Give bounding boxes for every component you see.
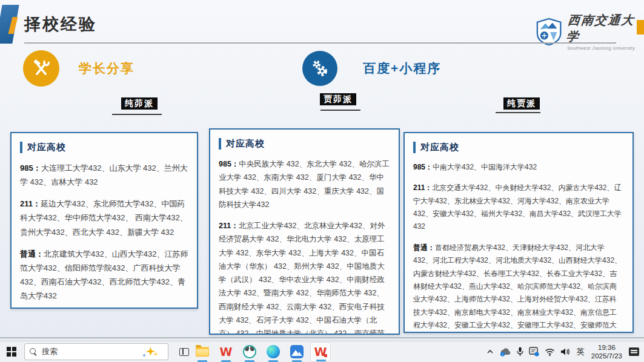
ime-language-indicator[interactable]: 英 (577, 346, 585, 357)
tier-label: 普通： (413, 243, 435, 252)
search-placeholder: 搜索 (42, 346, 58, 357)
copilot-sparkle-icon (142, 346, 159, 358)
mountain-app-icon (290, 345, 304, 358)
tier-regular-row: 普通：北京建筑大学432、山西大学432、江苏师范大学432、信阳师范学院432… (20, 247, 188, 303)
dog-app-icon (243, 345, 256, 358)
wps-presentation-accent (324, 354, 327, 357)
tier-label: 985： (219, 160, 239, 168)
faction-tag-pure-jia: 纯贾派 (503, 97, 540, 110)
edge-orange-marker (637, 20, 644, 35)
hidden-icons-chevron[interactable] (486, 349, 494, 355)
box-header: 对应高校 (20, 142, 188, 153)
tier-universities: 中央民族大学 432、东北大学 432、哈尔滨工业大学 432、东南大学 432… (219, 160, 390, 209)
ime-settings-icon[interactable] (529, 347, 539, 357)
taskbar-app-file-explorer[interactable] (192, 342, 213, 362)
running-indicator (221, 360, 231, 362)
tier-label: 211： (413, 183, 432, 192)
taskbar-app-dog[interactable] (239, 342, 260, 362)
method-baidu-miniprogram: 百度+小程序 (302, 51, 441, 86)
tier-universities: 北京交通大学432、中央财经大学432、内蒙古大学432、辽宁大学432、东北林… (413, 183, 622, 231)
faction-tag-pure-mao: 纯茆派 (121, 97, 158, 110)
university-logo: 西南交通大学 Southwest Jiaotong University (536, 12, 644, 51)
faction-underline (496, 112, 540, 113)
header-divider (24, 42, 616, 44)
method-label-baidu: 百度+小程序 (363, 60, 441, 77)
screen: 择校经验 西南交通大学 Southwest Jiaotong Universit… (0, 0, 644, 362)
presentation-slide: 择校经验 西南交通大学 Southwest Jiaotong Universit… (0, 0, 644, 341)
university-box-jia-mao: 对应高校 985：中央民族大学 432、东北大学 432、哈尔滨工业大学 432… (209, 128, 400, 335)
tier-label: 211： (20, 199, 41, 208)
cloud-status-icon[interactable]: i (499, 347, 511, 357)
tier-211-row: 211：北京交通大学432、中央财经大学432、内蒙古大学432、辽宁大学432… (413, 182, 624, 233)
tier-universities: 北京建筑大学432、山西大学432、江苏师范大学432、信阳师范学院432、广西… (20, 249, 188, 300)
tier-universities: 大连理工大学432、山东大学 432、兰州大学 432、吉林大学 432 (20, 163, 188, 186)
tier-universities: 北京工业大学432、北京林业大学432、对外经济贸易大学 432、华北电力大学 … (219, 222, 385, 335)
tier-label: 985： (413, 163, 433, 171)
faction-underline (112, 114, 162, 115)
running-indicator (316, 360, 326, 361)
tier-label: 985： (20, 163, 41, 173)
running-indicator (268, 360, 278, 362)
start-button[interactable] (7, 347, 16, 357)
clock-date: 2025/7/23 (591, 352, 622, 360)
page-title: 择校经验 (24, 13, 97, 35)
running-indicator (245, 360, 254, 362)
box-header: 对应高校 (219, 138, 390, 150)
faction-underline (320, 110, 360, 111)
tier-universities: 延边大学432、东北师范大学432、中国药科大学432、华中师范大学432、 西… (20, 199, 188, 236)
notification-center-icon[interactable] (629, 347, 639, 356)
method-label-senior: 学长分享 (79, 60, 134, 77)
corner-decoration-blue (0, 5, 19, 44)
tier-universities: 首都经济贸易大学432、天津财经大学432、河北大学432、河北工程大学432、… (413, 243, 622, 333)
tier-985-row: 985：中央民族大学 432、东北大学 432、哈尔滨工业大学 432、东南大学… (219, 157, 390, 211)
taskbar-app-mountain[interactable] (287, 342, 307, 362)
taskbar-app-wps-presentation[interactable]: W (310, 342, 331, 362)
taskbar-app-edge[interactable] (263, 342, 284, 362)
tier-label: 211： (219, 222, 239, 230)
svg-text:i: i (502, 352, 503, 356)
file-explorer-icon (196, 347, 209, 357)
university-name-cn: 西南交通大学 (565, 12, 644, 45)
edge-icon (267, 345, 280, 358)
wps-icon: W (220, 345, 233, 358)
tier-universities: 中南大学432、中国海洋大学432 (433, 163, 537, 171)
wifi-icon[interactable] (545, 348, 555, 356)
university-name-en: Southwest Jiaotong University (567, 45, 644, 51)
slide-bottom-divider (0, 337, 644, 338)
tier-label: 普通： (20, 249, 44, 258)
taskbar-app-wps-office[interactable]: W (216, 342, 236, 362)
task-view-button[interactable] (179, 348, 189, 356)
microphone-icon[interactable] (517, 347, 523, 357)
system-tray: i 英 19:3 (486, 343, 644, 361)
tools-icon (23, 50, 59, 87)
taskbar: 搜索 W W (0, 341, 644, 362)
volume-icon[interactable] (560, 347, 570, 356)
university-box-pure-mao: 对应高校 985：大连理工大学432、山东大学 432、兰州大学 432、吉林大… (10, 132, 198, 309)
university-box-pure-jia: 对应高校 985：中南大学432、中国海洋大学432 211：北京交通大学432… (403, 132, 634, 333)
faction-tag-jia-mao: 贾茆派 (320, 93, 356, 105)
method-senior-sharing: 学长分享 (23, 50, 134, 87)
tier-211-row: 211：北京工业大学432、北京林业大学432、对外经济贸易大学 432、华北电… (219, 219, 390, 335)
running-indicator (292, 360, 302, 362)
tier-regular-row: 普通：首都经济贸易大学432、天津财经大学432、河北大学432、河北工程大学4… (413, 242, 624, 333)
tier-985-row: 985：中南大学432、中国海洋大学432 (413, 161, 624, 174)
taskbar-clock[interactable]: 19:36 2025/7/23 (591, 343, 622, 361)
box-header: 对应高校 (413, 142, 624, 153)
search-input[interactable]: 搜索 (24, 343, 168, 360)
running-indicator (198, 360, 207, 362)
gears-icon (302, 51, 337, 86)
tier-211-row: 211：延边大学432、东北师范大学432、中国药科大学432、华中师范大学43… (20, 197, 188, 239)
university-crest-icon (536, 17, 562, 46)
tier-985-row: 985：大连理工大学432、山东大学 432、兰州大学 432、吉林大学 432 (20, 161, 188, 189)
search-icon (30, 348, 37, 355)
clock-time: 19:36 (591, 343, 622, 352)
